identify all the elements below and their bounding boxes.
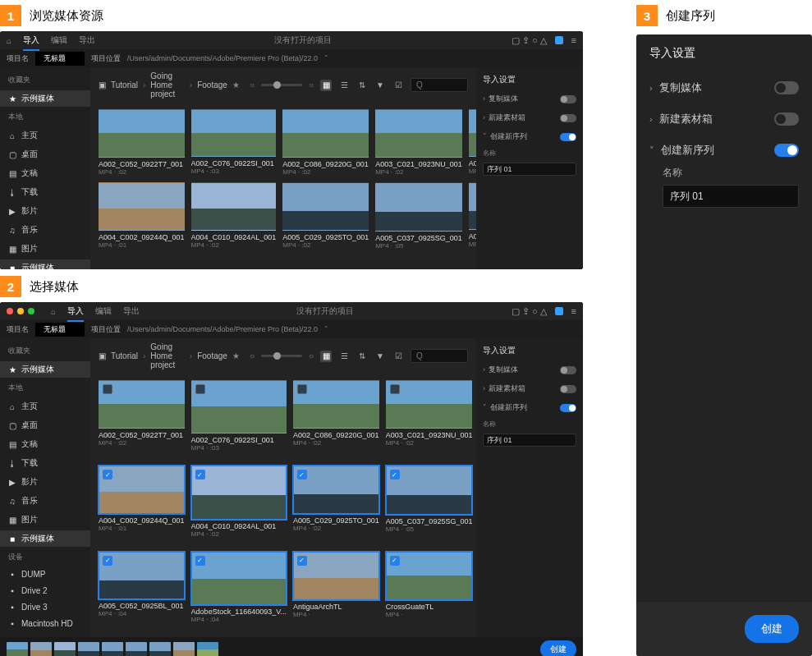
star-icon[interactable]: ★ [232, 351, 240, 360]
copy-media-toggle[interactable] [560, 366, 576, 374]
select-icon[interactable]: ☑ [392, 351, 404, 362]
new-bin-row[interactable]: ›新建素材箱 [636, 103, 812, 135]
new-sequence-toggle[interactable] [774, 144, 799, 157]
media-clip[interactable]: A003_C021_0923NU_001MP4 · :02 [375, 109, 462, 176]
clip-checkbox[interactable]: ✓ [297, 556, 307, 566]
copy-media-toggle[interactable] [774, 81, 799, 94]
tray-thumb[interactable] [78, 642, 99, 656]
new-sequence-row[interactable]: ˅创建新序列 [636, 135, 812, 166]
clip-checkbox[interactable]: ✓ [195, 556, 205, 566]
sidebar-device[interactable]: ▪DUMP [0, 567, 90, 581]
clip-checkbox[interactable]: ✓ [297, 470, 307, 479]
sidebar-item[interactable]: ▢桌面 [0, 417, 90, 434]
breadcrumb-item[interactable]: Tutorial [111, 351, 138, 360]
new-bin-toggle[interactable] [774, 112, 799, 126]
media-clip[interactable]: A002_C086_09220G_001MP4 · :02 [293, 380, 379, 459]
media-clip[interactable]: A005_C037_0925SG_001MP4 · :05 [375, 182, 462, 249]
edit-tab[interactable]: 编辑 [51, 33, 67, 48]
media-clip[interactable]: A002_C052_0922T7_001MP4 · :02 [99, 380, 185, 459]
project-path[interactable]: /Users/admin/Documents/Adobe/Premiere Pr… [127, 325, 318, 333]
breadcrumb-item[interactable]: Footage [197, 351, 227, 360]
clip-checkbox[interactable] [297, 384, 307, 394]
media-clip[interactable]: A004_C010_0924AL_001MP4 · :02 [191, 182, 277, 249]
breadcrumb-item[interactable]: Going Home project [150, 71, 185, 99]
project-name-input[interactable]: 无标题 [35, 323, 85, 337]
media-clip[interactable]: A002_C076_0922SI_001MP4 · :03 [191, 109, 277, 176]
media-clip[interactable]: A003_C092_0923IC_001MP4 · :02 [469, 109, 476, 176]
zoom-slider[interactable] [261, 355, 302, 357]
media-clip[interactable]: ✓A004_C002_09244Q_001MP4 · :01 [99, 466, 185, 544]
tray-thumb[interactable] [149, 642, 171, 656]
sequence-name-input[interactable] [663, 185, 799, 208]
media-clip[interactable]: ✓A004_C010_0924AL_001MP4 · :02 [191, 466, 287, 544]
sidebar-item[interactable]: ▦图片 [0, 511, 90, 528]
tray-thumb[interactable] [54, 642, 76, 656]
star-icon[interactable]: ★ [232, 80, 240, 89]
create-button[interactable]: 创建 [540, 640, 576, 656]
tray-thumb[interactable] [197, 642, 218, 656]
new-sequence-toggle[interactable] [560, 133, 576, 141]
media-clip[interactable]: A003_C021_0923NU_001MP4 · :02 [386, 380, 473, 459]
sidebar-device[interactable]: ▪Drive 2 [0, 584, 90, 598]
header-icons[interactable]: ▢ ⇪ ○ △ ≡ [512, 306, 576, 317]
clip-checkbox[interactable] [195, 384, 205, 394]
media-clip[interactable]: A002_C076_0922SI_001MP4 · :03 [191, 380, 287, 459]
copy-media-toggle[interactable] [560, 95, 576, 103]
sidebar-item[interactable]: ⭳下载 [0, 455, 90, 471]
edit-tab[interactable]: 编辑 [95, 304, 112, 319]
sidebar-sample-media-2[interactable]: ■示例媒体 [0, 530, 90, 547]
sidebar-item[interactable]: ⌂主页 [0, 398, 90, 415]
search-input[interactable] [411, 78, 468, 92]
sidebar-item[interactable]: ▶影片 [0, 474, 90, 490]
export-tab[interactable]: 导出 [123, 304, 140, 319]
clip-checkbox[interactable] [390, 384, 400, 394]
new-bin-toggle[interactable] [560, 114, 576, 122]
sidebar-item[interactable]: ▶影片 [0, 203, 90, 219]
sidebar-sample-media[interactable]: ★示例媒体 [0, 361, 90, 378]
breadcrumb-item[interactable]: Footage [197, 80, 227, 89]
sidebar-item[interactable]: ▤文稿 [0, 165, 90, 181]
sidebar-item[interactable]: ▦图片 [0, 241, 90, 257]
media-clip[interactable]: A005_C029_0925TO_001MP4 · :02 [282, 182, 369, 249]
export-tab[interactable]: 导出 [79, 33, 95, 48]
import-tab[interactable]: 导入 [23, 33, 39, 48]
clip-checkbox[interactable]: ✓ [390, 556, 400, 566]
filter-icon[interactable]: ▼ [374, 80, 386, 91]
grid-view-icon[interactable]: ▦ [320, 351, 332, 362]
sidebar-sample-media-2[interactable]: ■示例媒体 [0, 259, 90, 269]
clip-checkbox[interactable]: ✓ [103, 556, 112, 566]
select-icon[interactable]: ☑ [392, 80, 404, 91]
media-clip[interactable]: ✓AntiguaArchTLMP4 · [293, 552, 379, 631]
media-clip[interactable]: A002_C086_09220G_001MP4 · :02 [282, 109, 369, 176]
sequence-name-input[interactable] [483, 163, 576, 176]
sidebar-item[interactable]: ▤文稿 [0, 436, 90, 452]
create-button[interactable]: 创建 [745, 615, 799, 643]
sidebar-device[interactable]: ▪Drive 3 [0, 600, 90, 614]
project-path[interactable]: /Users/admin/Documents/Adobe/Premiere Pr… [127, 54, 318, 62]
media-clip[interactable]: A004_C002_09244Q_001MP4 · :01 [99, 182, 185, 249]
sequence-name-input[interactable] [483, 434, 576, 447]
home-tab[interactable]: ⌂ [51, 305, 56, 318]
copy-media-row[interactable]: ›复制媒体 [636, 72, 812, 103]
media-clip[interactable]: ✓A005_C029_0925TO_001MP4 · :02 [293, 466, 379, 544]
tray-thumb[interactable] [30, 642, 52, 656]
home-tab[interactable]: ⌂ [7, 34, 11, 47]
list-view-icon[interactable]: ☰ [338, 80, 350, 91]
clip-checkbox[interactable]: ✓ [390, 470, 400, 479]
clip-checkbox[interactable]: ✓ [103, 470, 112, 479]
header-icons[interactable]: ▢ ⇪ ○ △ ≡ [512, 35, 576, 46]
media-clip[interactable]: ✓CrossGuateTLMP4 · [386, 552, 473, 631]
clip-checkbox[interactable] [103, 384, 112, 394]
sidebar-item[interactable]: ♫音乐 [0, 222, 90, 238]
tray-thumb[interactable] [7, 642, 28, 656]
media-clip[interactable]: A002_C052_0922T7_001MP4 · :02 [99, 109, 185, 176]
import-tab[interactable]: 导入 [67, 304, 84, 319]
tray-thumb[interactable] [126, 642, 147, 656]
grid-view-icon[interactable]: ▦ [320, 80, 332, 91]
media-clip[interactable]: ✓AdobeStock_116640093_V...MP4 · :04 [191, 552, 287, 631]
tray-thumb[interactable] [102, 642, 123, 656]
clip-checkbox[interactable]: ✓ [195, 470, 205, 479]
tray-thumb[interactable] [173, 642, 195, 656]
sidebar-item[interactable]: ♫音乐 [0, 493, 90, 509]
list-view-icon[interactable]: ☰ [338, 351, 350, 362]
